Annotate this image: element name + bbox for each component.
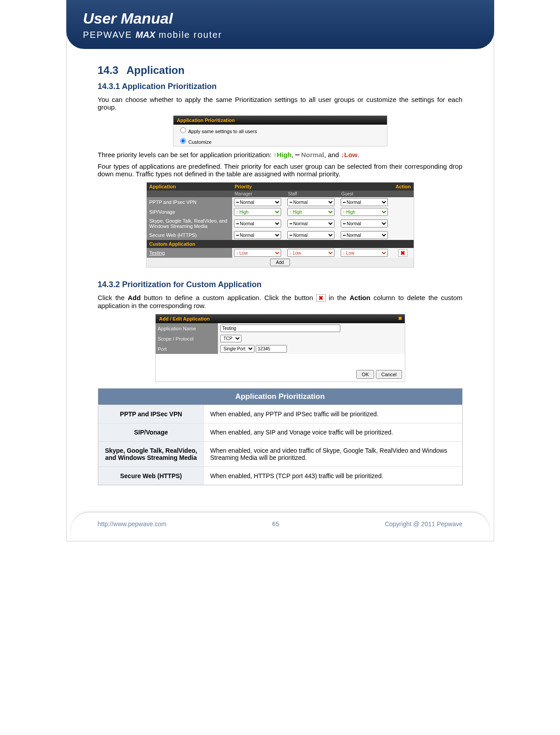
priority-select[interactable]: ↓ Low (287, 249, 334, 257)
panel-title: Application Prioritization (173, 116, 387, 125)
priority-select[interactable]: ━ Normal (341, 198, 388, 206)
radio-input[interactable] (180, 127, 186, 133)
table-row: Skype, Google Talk, RealVideo, and Windo… (147, 217, 414, 230)
priority-select[interactable]: ↑ High (234, 208, 281, 216)
delete-icon: ✖ (316, 294, 326, 302)
para: Three priority levels can be set for app… (98, 151, 463, 159)
table-row: Testing↓ Low↓ Low↓ Low✖ (147, 248, 414, 258)
footer-copyright: Copyright @ 2011 Pepwave (385, 520, 463, 528)
radio-input[interactable] (180, 138, 186, 144)
priority-select[interactable]: ↑ High (287, 208, 334, 216)
close-icon[interactable]: ✖ (398, 316, 402, 321)
port-type-select[interactable]: Single Port (220, 345, 254, 353)
priority-low: ↓Low (341, 151, 358, 158)
app-name-input[interactable] (220, 325, 340, 332)
port-input[interactable] (256, 345, 287, 353)
priority-select[interactable]: ━ Normal (287, 231, 334, 239)
priority-select[interactable]: ↓ Low (234, 249, 281, 257)
para: Four types of applications are predefine… (98, 162, 463, 178)
table-row: SIP/Vonage↑ High↑ High↑ High (147, 207, 414, 217)
add-button[interactable]: Add (270, 259, 290, 266)
table-row: Secure Web (HTTPS)━ Normal━ Normal━ Norm… (147, 230, 414, 240)
col-action: Action (392, 183, 414, 191)
priority-select[interactable]: ━ Normal (234, 231, 281, 239)
priority-select[interactable]: ━ Normal (287, 219, 334, 227)
table-row: PPTP and IPsec VPN━ Normal━ Normal━ Norm… (147, 197, 414, 207)
screenshot-priority-table: ApplicationPriorityAction ManagerStaffGu… (146, 182, 414, 268)
priority-select[interactable]: ↓ Low (341, 249, 388, 257)
priority-select[interactable]: ━ Normal (341, 231, 388, 239)
table-row: Secure Web (HTTPS)When enabled, HTTPS (T… (98, 467, 462, 485)
priority-normal: ━ Normal (295, 151, 324, 158)
custom-app-link[interactable]: Testing (147, 248, 232, 258)
radio-apply-all[interactable]: Apply same settings to all users (173, 125, 387, 135)
priority-select[interactable]: ↑ High (341, 208, 388, 216)
table-row: PPTP and IPSec VPNWhen enabled, any PPTP… (98, 405, 462, 423)
screenshot-prioritization-mode: Application Prioritization Apply same se… (173, 115, 387, 146)
doc-title: User Manual (83, 10, 494, 27)
definition-table: Application Prioritization PPTP and IPSe… (98, 388, 463, 485)
doc-subtitle: PEPWAVE MAX mobile router (83, 30, 494, 40)
field-label: Application Name (156, 323, 218, 333)
cancel-button[interactable]: Cancel (376, 370, 402, 379)
radio-customize[interactable]: Customize (173, 135, 387, 146)
footer-url: http://www.pepwave.com (98, 520, 167, 528)
table-title: Application Prioritization (98, 389, 462, 405)
field-label: Scope / Protocol (156, 333, 218, 344)
priority-high: ↑High (274, 151, 292, 158)
para: You can choose whether to apply the same… (98, 96, 463, 111)
priority-select[interactable]: ━ Normal (234, 219, 281, 227)
screenshot-add-edit-app: Add / Edit Application✖ Application Name… (155, 314, 405, 382)
priority-select[interactable]: ━ Normal (287, 198, 334, 206)
section-14-3: 14.3Application (98, 64, 463, 77)
field-label: Port (156, 344, 218, 354)
custom-app-header: Custom Application (147, 240, 414, 248)
col-application: Application (147, 183, 232, 191)
protocol-select[interactable]: TCP (220, 335, 242, 342)
ok-button[interactable]: OK (356, 370, 374, 379)
dialog-title: Add / Edit Application✖ (156, 314, 405, 323)
doc-header: User Manual PEPWAVE MAX mobile router (66, 0, 494, 49)
page-number: 65 (272, 520, 279, 528)
page-footer: http://www.pepwave.com 65 Copyright @ 20… (71, 512, 489, 541)
para: Click the Add button to define a custom … (98, 294, 463, 309)
priority-select[interactable]: ━ Normal (234, 198, 281, 206)
col-priority: Priority (232, 183, 392, 191)
table-row: Skype, Google Talk, RealVideo, and Windo… (98, 442, 462, 467)
delete-icon[interactable]: ✖ (398, 249, 407, 257)
section-14-3-1: 14.3.1 Application Prioritization (98, 82, 463, 91)
section-14-3-2: 14.3.2 Prioritization for Custom Applica… (98, 280, 463, 289)
table-row: SIP/VonageWhen enabled, any SIP and Vona… (98, 423, 462, 442)
priority-select[interactable]: ━ Normal (341, 219, 388, 227)
